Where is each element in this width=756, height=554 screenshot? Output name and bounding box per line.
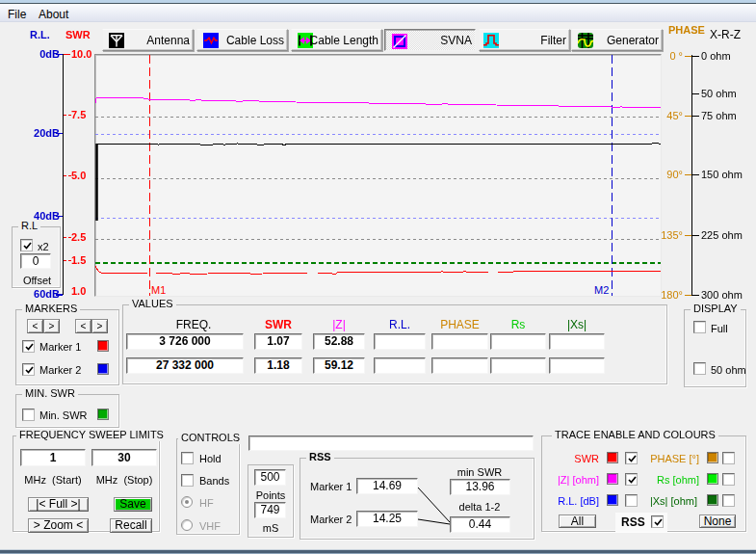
svg-text:M1: M1 bbox=[151, 284, 166, 296]
svg-text:M2: M2 bbox=[594, 284, 609, 296]
